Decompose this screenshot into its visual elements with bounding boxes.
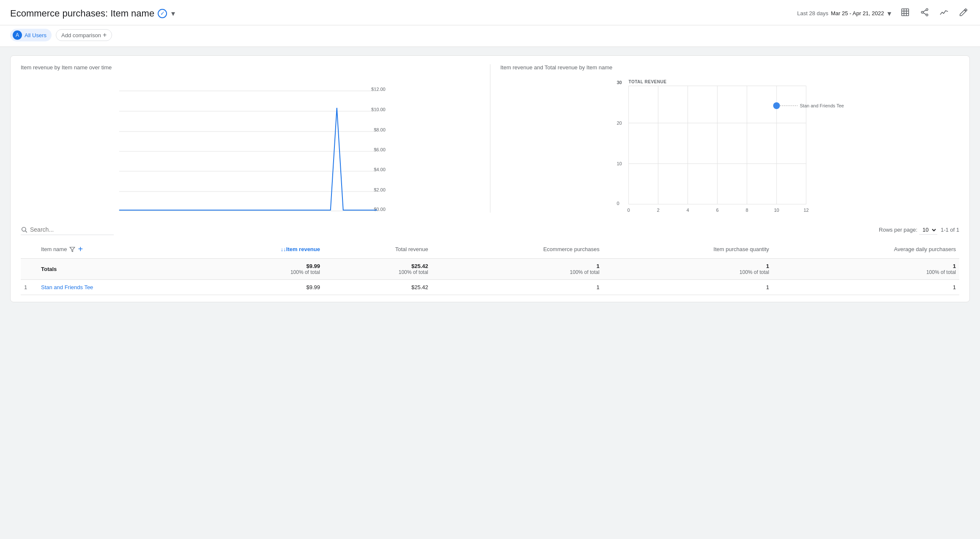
- totals-num: [21, 259, 38, 280]
- pagination-text: 1-1 of 1: [941, 227, 959, 233]
- rows-per-page: Rows per page: 10 25 50: [879, 225, 937, 235]
- svg-text:0: 0: [616, 201, 619, 206]
- totals-item-purchase-qty: 1 100% of total: [603, 259, 772, 280]
- col-avg-daily-purchasers: Average daily purchasers: [772, 240, 959, 259]
- rows-per-page-label: Rows per page:: [879, 227, 917, 233]
- table-row: 1 Stan and Friends Tee $9.99 $25.42 1 1 …: [21, 280, 959, 295]
- col-item-purchase-qty: Item purchase quantity: [603, 240, 772, 259]
- chart-icon-button[interactable]: [899, 6, 912, 21]
- svg-text:4: 4: [686, 208, 689, 213]
- svg-text:TOTAL REVENUE: TOTAL REVENUE: [628, 79, 666, 84]
- col-ecommerce-purchases: Ecommerce purchases: [432, 240, 603, 259]
- row-total-revenue: $25.42: [323, 280, 432, 295]
- svg-marker-59: [70, 247, 75, 252]
- col-num: [21, 240, 38, 259]
- all-users-label: All Users: [25, 32, 47, 38]
- edit-icon-button[interactable]: [957, 6, 970, 21]
- line-chart-section: Item revenue by Item name over time $0.0…: [21, 64, 490, 213]
- totals-row: Totals $9.99 100% of total $25.42 100% o…: [21, 259, 959, 280]
- header-left: Ecommerce purchases: Item name ✓ ▾: [10, 8, 176, 19]
- totals-label: Totals: [38, 259, 198, 280]
- svg-point-57: [22, 227, 26, 231]
- main-card: Item revenue by Item name over time $0.0…: [10, 55, 970, 302]
- table-controls: Rows per page: 10 25 50 1-1 of 1: [21, 221, 959, 240]
- item-name-link[interactable]: Stan and Friends Tee: [41, 284, 93, 290]
- table-header-row: Item name + ↓↓Item revenue Total revenue…: [21, 240, 959, 259]
- svg-point-6: [921, 11, 923, 14]
- row-num: 1: [21, 280, 38, 295]
- svg-text:10: 10: [774, 208, 779, 213]
- svg-text:20: 20: [616, 120, 621, 126]
- search-box: [21, 224, 114, 235]
- filter-icon[interactable]: [69, 246, 75, 252]
- scatter-chart-section: Item revenue and Total revenue by Item n…: [490, 64, 960, 213]
- col-item-name: Item name +: [38, 240, 198, 259]
- svg-text:2: 2: [657, 208, 659, 213]
- row-item-purchase-qty: 1: [603, 280, 772, 295]
- svg-text:8: 8: [745, 208, 748, 213]
- totals-ecommerce-purchases: 1 100% of total: [432, 259, 603, 280]
- share-icon-button[interactable]: [918, 6, 931, 21]
- date-range-dropdown-button[interactable]: ▾: [887, 8, 892, 19]
- totals-avg-daily-purchasers: 1 100% of total: [772, 259, 959, 280]
- totals-total-revenue: $25.42 100% of total: [323, 259, 432, 280]
- date-range-value: Mar 25 - Apr 21, 2022: [831, 10, 884, 16]
- subheader: A All Users Add comparison +: [0, 25, 980, 47]
- add-comparison-label: Add comparison: [61, 32, 101, 38]
- svg-text:12: 12: [803, 208, 808, 213]
- line-chart-title: Item revenue by Item name over time: [21, 64, 480, 71]
- search-input[interactable]: [30, 226, 106, 233]
- page-title: Ecommerce purchases: Item name: [10, 8, 154, 19]
- svg-text:0: 0: [627, 208, 630, 213]
- search-icon: [21, 226, 27, 233]
- date-range-label: Last 28 days: [797, 10, 829, 16]
- scatter-chart-svg: 30 20 10 0 0 2 4 6 8 10 12 TOTAL REVENUE: [501, 77, 960, 213]
- scatter-chart-container: 30 20 10 0 0 2 4 6 8 10 12 TOTAL REVENUE: [501, 77, 960, 213]
- svg-point-54: [773, 102, 780, 109]
- add-comparison-button[interactable]: Add comparison +: [56, 29, 112, 41]
- svg-point-7: [926, 14, 928, 16]
- svg-text:6: 6: [716, 208, 718, 213]
- svg-line-9: [923, 13, 926, 14]
- add-column-button[interactable]: +: [78, 244, 83, 254]
- line-chart-container: $0.00 $2.00 $4.00 $6.00 $8.00 $10.00 $12…: [21, 77, 480, 213]
- col-item-revenue: ↓↓Item revenue: [198, 240, 323, 259]
- row-avg-daily-purchasers: 1: [772, 280, 959, 295]
- header-right: Last 28 days Mar 25 - Apr 21, 2022 ▾: [797, 6, 970, 21]
- data-table: Item name + ↓↓Item revenue Total revenue…: [21, 240, 959, 295]
- col-total-revenue: Total revenue: [323, 240, 432, 259]
- svg-text:30: 30: [616, 80, 621, 85]
- rows-per-page-select[interactable]: 10 25 50: [919, 225, 937, 235]
- svg-rect-0: [902, 9, 909, 16]
- all-users-chip[interactable]: A All Users: [10, 29, 52, 41]
- svg-text:10: 10: [616, 161, 621, 166]
- svg-point-5: [926, 8, 928, 11]
- line-chart-svg: $0.00 $2.00 $4.00 $6.00 $8.00 $10.00 $12…: [21, 77, 480, 213]
- row-item-revenue: $9.99: [198, 280, 323, 295]
- title-dropdown-button[interactable]: ▾: [170, 8, 176, 19]
- svg-line-58: [25, 231, 27, 233]
- svg-line-8: [923, 10, 926, 12]
- main-content: Item revenue by Item name over time $0.0…: [0, 47, 980, 311]
- pagination: Rows per page: 10 25 50 1-1 of 1: [879, 225, 959, 235]
- status-icon: ✓: [158, 9, 167, 18]
- row-item-name: Stan and Friends Tee: [38, 280, 198, 295]
- header: Ecommerce purchases: Item name ✓ ▾ Last …: [0, 0, 980, 25]
- totals-item-revenue: $9.99 100% of total: [198, 259, 323, 280]
- table-section: Rows per page: 10 25 50 1-1 of 1: [21, 221, 959, 295]
- plus-icon: +: [103, 31, 107, 39]
- svg-text:Stan and Friends Tee: Stan and Friends Tee: [799, 103, 843, 108]
- date-range: Last 28 days Mar 25 - Apr 21, 2022 ▾: [797, 8, 892, 19]
- explore-icon-button[interactable]: [938, 6, 950, 21]
- row-ecommerce-purchases: 1: [432, 280, 603, 295]
- scatter-chart-title: Item revenue and Total revenue by Item n…: [501, 64, 960, 71]
- charts-row: Item revenue by Item name over time $0.0…: [21, 64, 959, 213]
- avatar: A: [13, 30, 22, 40]
